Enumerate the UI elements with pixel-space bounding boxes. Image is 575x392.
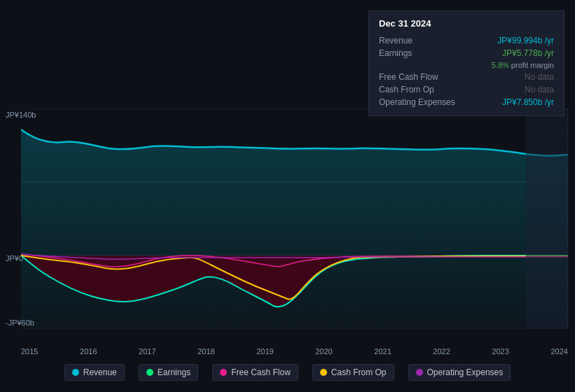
tooltip-row-earnings: Earnings JP¥5.778b /yr	[379, 47, 554, 59]
tooltip-value-cashop: No data	[525, 85, 554, 94]
tooltip-label-revenue: Revenue	[379, 36, 463, 46]
tooltip-row-margin: 5.8% profit margin	[379, 59, 554, 71]
tooltip-label-cashop: Cash From Op	[379, 85, 463, 94]
chart-container: Dec 31 2024 Revenue JP¥99.994b /yr Earni…	[0, 0, 575, 392]
tooltip-label-fcf: Free Cash Flow	[379, 72, 463, 82]
tooltip-date: Dec 31 2024	[379, 18, 554, 29]
tooltip-row-fcf: Free Cash Flow No data	[379, 71, 554, 83]
x-label-2023: 2023	[492, 347, 508, 356]
x-label-2015: 2015	[21, 347, 38, 356]
svg-rect-4	[526, 108, 568, 329]
tooltip-row-cashop: Cash From Op No data	[379, 83, 554, 96]
legend-dot-cashop	[320, 369, 327, 376]
legend-item-revenue[interactable]: Revenue	[64, 364, 125, 381]
legend-item-earnings[interactable]: Earnings	[139, 364, 198, 381]
legend-label-fcf: Free Cash Flow	[231, 368, 291, 377]
legend-item-cashop[interactable]: Cash From Op	[312, 364, 394, 381]
legend-dot-earnings	[146, 369, 153, 376]
x-label-2022: 2022	[433, 347, 450, 356]
tooltip-value-opex: JP¥7.850b /yr	[502, 97, 554, 107]
x-label-2024: 2024	[550, 347, 567, 356]
tooltip-card: Dec 31 2024 Revenue JP¥99.994b /yr Earni…	[368, 10, 564, 116]
tooltip-row-opex: Operating Expenses JP¥7.850b /yr	[379, 96, 554, 108]
legend-item-opex[interactable]: Operating Expenses	[408, 364, 511, 381]
x-labels: 2015 2016 2017 2018 2019 2020 2021 2022 …	[21, 347, 568, 356]
legend-dot-fcf	[220, 369, 227, 376]
legend: Revenue Earnings Free Cash Flow Cash Fro…	[0, 360, 575, 385]
tooltip-value-revenue: JP¥99.994b /yr	[497, 36, 554, 46]
x-label-2021: 2021	[374, 347, 391, 356]
x-label-2017: 2017	[139, 347, 155, 356]
legend-dot-opex	[416, 369, 423, 376]
legend-item-fcf[interactable]: Free Cash Flow	[212, 364, 298, 381]
legend-dot-revenue	[72, 369, 79, 376]
chart-svg	[21, 108, 568, 329]
legend-label-cashop: Cash From Op	[331, 368, 387, 377]
x-label-2020: 2020	[315, 347, 332, 356]
tooltip-label-opex: Operating Expenses	[379, 97, 463, 107]
x-label-2019: 2019	[256, 347, 273, 356]
tooltip-profit-margin: 5.8% profit margin	[492, 61, 554, 69]
legend-label-opex: Operating Expenses	[427, 368, 504, 377]
legend-label-revenue: Revenue	[83, 368, 117, 377]
x-label-2016: 2016	[80, 347, 97, 356]
legend-label-earnings: Earnings	[158, 368, 190, 377]
tooltip-row-revenue: Revenue JP¥99.994b /yr	[379, 34, 554, 47]
tooltip-label-earnings: Earnings	[379, 48, 463, 58]
x-label-2018: 2018	[198, 347, 214, 356]
tooltip-value-earnings: JP¥5.778b /yr	[502, 48, 554, 58]
tooltip-value-fcf: No data	[525, 72, 554, 82]
